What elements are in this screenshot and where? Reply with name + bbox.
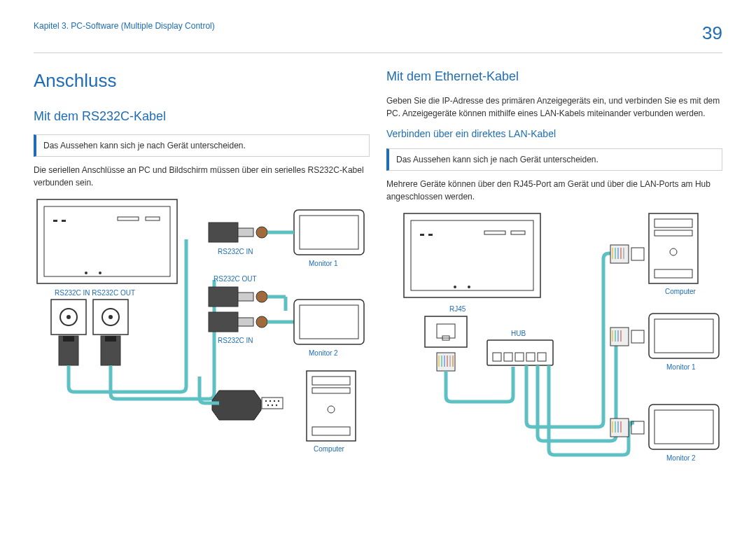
svg-rect-21 [294,210,364,255]
svg-rect-91 [649,405,719,449]
label-rs232c-out: RS232C OUT [214,275,257,283]
svg-rect-66 [493,353,501,361]
svg-rect-0 [37,199,177,283]
svg-rect-17 [105,336,116,342]
note-lan: Das Aussehen kann sich je nach Gerät unt… [386,148,722,171]
svg-point-10 [66,315,71,319]
rs232c-heading: Mit dem RS232C-Kabel [34,107,370,126]
svg-rect-34 [262,398,283,409]
svg-rect-93 [610,419,629,437]
left-column: Anschluss Mit dem RS232C-Kabel Das Ausse… [34,67,370,490]
svg-rect-67 [504,353,512,361]
label-computer-left: Computer [314,445,345,453]
label-rj45: RJ45 [449,305,466,313]
svg-rect-44 [312,388,350,393]
svg-rect-75 [654,269,692,278]
label-rs232c-in-2: RS232C IN [218,337,253,344]
svg-rect-33 [300,305,358,339]
svg-point-20 [256,227,267,238]
svg-rect-28 [209,312,238,332]
right-column: Mit dem Ethernet-Kabel Geben Sie die IP-… [386,67,722,490]
svg-rect-85 [610,328,629,346]
svg-rect-43 [312,377,350,385]
svg-rect-83 [649,314,719,358]
label-monitor1-right: Monitor 1 [666,363,696,371]
label-rs232c-in-out: RS232C IN RS232C OUT [55,289,135,297]
svg-point-38 [278,400,279,402]
svg-rect-82 [631,248,644,260]
label-rs232c-in-1: RS232C IN [218,248,253,255]
svg-rect-22 [300,216,358,249]
ethernet-heading: Mit dem Ethernet-Kabel [386,67,722,86]
svg-rect-24 [209,287,238,307]
header-divider [34,52,722,53]
svg-rect-68 [515,353,524,361]
svg-rect-73 [654,230,692,236]
svg-rect-54 [511,231,525,234]
svg-rect-72 [654,219,692,227]
label-hub: HUB [511,330,526,337]
chapter-label: Kapitel 3. PC-Software (Multiple Display… [34,20,215,32]
svg-rect-69 [526,353,535,361]
ethernet-para1: Geben Sie die IP-Adresse des primären An… [386,94,722,120]
svg-rect-29 [238,318,253,326]
svg-point-41 [276,405,277,406]
svg-point-36 [270,400,271,402]
svg-point-39 [267,405,269,406]
svg-point-2 [85,272,88,274]
svg-point-50 [468,286,470,288]
svg-rect-4 [53,220,57,222]
svg-point-13 [108,315,113,319]
label-monitor2-right: Monitor 2 [666,454,696,462]
svg-rect-19 [238,228,253,237]
label-monitor1: Monitor 1 [309,260,338,267]
note-rs232c: Das Aussehen kann sich je nach Gerät unt… [34,134,370,157]
svg-rect-58 [437,353,455,371]
svg-rect-55 [425,316,467,347]
svg-point-26 [256,291,267,302]
svg-rect-52 [428,234,433,236]
svg-rect-15 [63,336,74,342]
svg-rect-5 [62,220,66,222]
ethernet-para2: Mehrere Geräte können über den RJ45-Port… [386,178,722,203]
ethernet-diagram: RJ45 HUB [386,210,722,490]
svg-rect-6 [118,217,139,220]
svg-point-3 [99,272,102,274]
svg-rect-76 [610,245,629,263]
svg-rect-84 [654,319,713,353]
svg-rect-70 [538,353,546,361]
svg-point-37 [274,400,275,402]
svg-point-40 [272,405,273,406]
svg-rect-51 [420,234,424,236]
svg-point-35 [265,400,267,402]
svg-rect-18 [209,223,238,242]
svg-point-30 [256,316,267,328]
svg-rect-92 [654,410,713,444]
svg-rect-47 [404,213,540,297]
svg-rect-32 [294,300,364,344]
page-number: 39 [702,20,722,47]
page-title: Anschluss [34,67,370,94]
rs232c-diagram: RS232C IN RS232C OUT [34,196,370,462]
svg-rect-25 [238,293,253,301]
lan-heading: Verbinden über ein direktes LAN-Kabel [386,127,722,141]
label-computer-right: Computer [665,288,696,295]
label-monitor2: Monitor 2 [309,349,338,357]
svg-rect-90 [631,330,644,343]
svg-rect-53 [484,231,505,234]
svg-point-45 [328,406,335,413]
svg-rect-7 [146,217,160,220]
svg-rect-46 [312,427,350,435]
svg-point-74 [670,248,677,255]
svg-point-49 [454,286,456,288]
rs232c-paragraph: Die seriellen Anschlüsse an PC und Bilds… [34,164,370,189]
